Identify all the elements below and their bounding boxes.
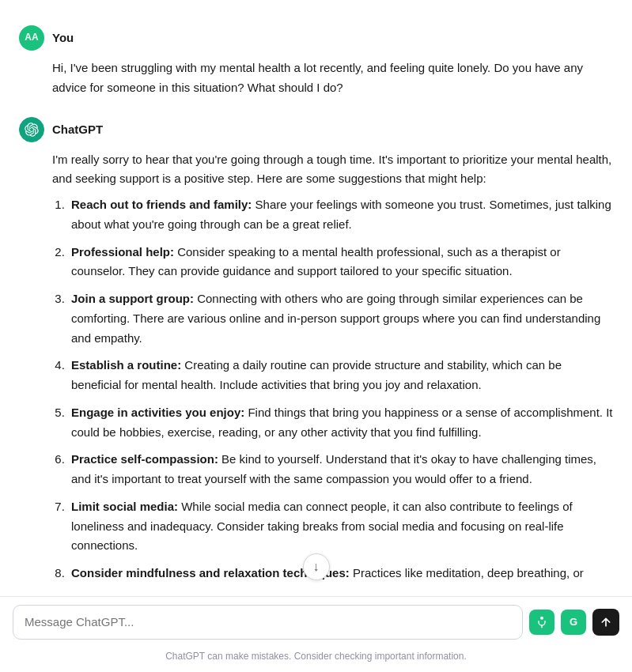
message-input[interactable] [13, 605, 523, 640]
send-button[interactable] [592, 609, 619, 636]
suggestion-item: Professional help: Consider speaking to … [68, 243, 613, 282]
scroll-down-button[interactable]: ↓ [303, 553, 330, 580]
chatgpt-avatar [19, 117, 44, 142]
suggestion-item: Reach out to friends and family: Share y… [68, 195, 613, 235]
user-sender-name: You [52, 28, 74, 47]
suggestion-item: Establish a routine: Creating a daily ro… [68, 356, 613, 395]
user-avatar: AA [19, 25, 44, 51]
chatgpt-sender-name: ChatGPT [52, 120, 103, 139]
voice-button[interactable] [529, 610, 554, 635]
svg-point-0 [540, 616, 543, 619]
footer-note: ChatGPT can make mistakes. Consider chec… [0, 646, 632, 672]
chat-container[interactable]: AA You Hi, I've been struggling with my … [0, 0, 632, 596]
chatgpt-message-content: I'm really sorry to hear that you're goi… [52, 150, 613, 591]
suggestion-item: Practice self-compassion: Be kind to you… [68, 450, 613, 489]
chatgpt-message-header: ChatGPT [19, 117, 613, 142]
chatgpt-message-block: ChatGPT I'm really sorry to hear that yo… [0, 108, 632, 596]
g-button[interactable]: G [561, 610, 586, 635]
suggestion-item: Limit social media: While social media c… [68, 497, 613, 556]
suggestion-item: Join a support group: Connecting with ot… [68, 289, 613, 348]
suggestion-item: Consider mindfulness and relaxation tech… [68, 564, 613, 583]
input-area: G [0, 596, 632, 646]
suggestion-item: Engage in activities you enjoy: Find thi… [68, 403, 613, 443]
user-message-content: Hi, I've been struggling with my mental … [52, 59, 613, 98]
user-message-block: AA You Hi, I've been struggling with my … [0, 16, 632, 108]
user-message-header: AA You [19, 25, 613, 51]
suggestions-list: Reach out to friends and family: Share y… [52, 195, 613, 583]
